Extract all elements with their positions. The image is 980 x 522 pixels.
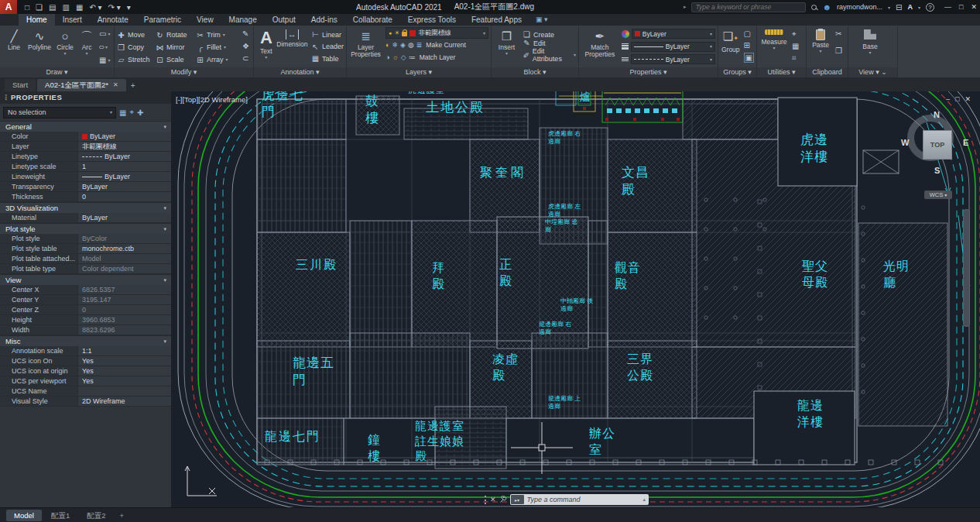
wcs-menu[interactable]: WCS▾: [924, 191, 952, 199]
edit-attributes-button[interactable]: ✐Edit Attributes ▾: [523, 47, 576, 63]
layer-properties-button[interactable]: ≣ Layer Properties: [349, 27, 382, 66]
customize-icon[interactable]: ▾: [127, 3, 131, 12]
prop-row[interactable]: Width8823.6296: [0, 325, 171, 335]
prop-value[interactable]: Yes: [77, 376, 171, 386]
prop-row[interactable]: Plot table typeColor dependent: [0, 264, 171, 274]
layer-color-icon[interactable]: ◍: [408, 41, 414, 49]
scale-button[interactable]: ⊡Scale: [156, 56, 196, 64]
clipboard-panel-footer[interactable]: Clipboard: [807, 67, 848, 77]
close-button[interactable]: ✕: [971, 3, 977, 11]
search-input[interactable]: [691, 2, 806, 12]
ellipse-button[interactable]: ○▾: [99, 43, 110, 51]
utilities-panel-footer[interactable]: Utilities ▾: [757, 67, 806, 77]
mirror-button[interactable]: ⋈Mirror: [156, 43, 196, 52]
layer-stack-icon[interactable]: ≣: [416, 41, 423, 49]
prop-value[interactable]: Model: [77, 254, 171, 263]
ribbon-tab-home[interactable]: Home: [19, 14, 55, 26]
prop-value[interactable]: 3195.147: [77, 295, 171, 304]
layer-on-icon[interactable]: ◐: [385, 41, 389, 49]
circle-button[interactable]: ○ Circle ▾: [53, 27, 77, 66]
save-as-icon[interactable]: ▥: [62, 3, 69, 12]
layout-tab-配置1[interactable]: 配置1: [43, 510, 77, 521]
ribbon-tab-annotate[interactable]: Annotate: [90, 14, 136, 26]
layer-thaw-icon[interactable]: ☼: [392, 53, 398, 61]
prop-row[interactable]: Visual Style2D Wireframe: [0, 397, 171, 407]
arc-button[interactable]: ⌒ Arc ▾: [77, 27, 97, 66]
prop-row[interactable]: LineweightByLayer: [0, 172, 171, 182]
layer-lock2-icon[interactable]: ◈: [400, 41, 406, 49]
layers-panel-footer[interactable]: Layers ▾: [347, 67, 491, 77]
file-tab-start[interactable]: Start: [5, 79, 36, 91]
ribbon-tab-insert[interactable]: Insert: [55, 14, 90, 26]
new-file-icon[interactable]: □: [25, 3, 29, 12]
layer-dropdown[interactable]: ● ☀ 非範圍標線 ▾: [385, 27, 488, 39]
prop-value[interactable]: ByLayer: [77, 172, 171, 181]
properties-panel-footer[interactable]: Properties ▾: [579, 67, 718, 77]
viewcube-south[interactable]: S: [934, 166, 940, 175]
maximize-button[interactable]: □: [959, 3, 963, 11]
line-button[interactable]: ╱ Line: [2, 27, 26, 66]
new-layout-button[interactable]: +: [115, 511, 128, 520]
modify-panel-footer[interactable]: Modify ▾: [115, 67, 253, 77]
minimize-button[interactable]: —: [944, 3, 951, 11]
prop-value[interactable]: 1: [77, 162, 171, 171]
viewport-controls-label[interactable]: [-][Top][2D Wireframe]: [176, 95, 248, 104]
ribbon-tab-express-tools[interactable]: Express Tools: [400, 14, 464, 26]
object-color-dropdown[interactable]: ByLayer▾: [632, 29, 715, 39]
paste-button[interactable]: Paste ▾: [809, 27, 832, 66]
plot-icon[interactable]: ▦: [76, 3, 83, 12]
draw-panel-footer[interactable]: Draw ▾: [0, 67, 114, 77]
prop-value[interactable]: 3960.6853: [77, 315, 171, 325]
offset-icon[interactable]: ⊂: [242, 54, 249, 63]
ribbon-tab-featured-apps[interactable]: Featured Apps: [464, 14, 529, 26]
viewcube-east[interactable]: E: [963, 138, 968, 147]
command-expand-icon[interactable]: ▴: [642, 496, 646, 503]
ribbon-options-icon[interactable]: ▣ ▾: [536, 14, 548, 26]
quick-calc-icon[interactable]: ⌗: [792, 53, 799, 63]
prop-row[interactable]: Center X6826.5357: [0, 285, 171, 295]
prop-value[interactable]: ByColor: [77, 234, 171, 243]
user-name[interactable]: raymondwon...: [837, 3, 882, 11]
prop-row[interactable]: Plot table attached...Model: [0, 254, 171, 264]
ribbon-tab-add-ins[interactable]: Add-ins: [303, 14, 345, 26]
prop-row[interactable]: Center Y3195.147: [0, 295, 171, 305]
viewcube-top-face[interactable]: TOP: [923, 130, 952, 160]
dimension-button[interactable]: ↔ Dimension: [276, 27, 308, 66]
layer-freeze-icon[interactable]: ❄: [392, 41, 398, 49]
leader-button[interactable]: ↖Leader: [311, 43, 344, 51]
view-panel-footer[interactable]: View ▾ ⌄: [848, 67, 897, 77]
prop-value[interactable]: 非範圍標線: [77, 142, 171, 151]
command-recent-icon[interactable]: ▸▾: [511, 495, 524, 504]
command-close-icon[interactable]: ✕: [490, 496, 496, 503]
prop-value[interactable]: 6826.5357: [77, 285, 171, 294]
edit-block-button[interactable]: ✎Edit: [523, 39, 576, 47]
prop-value[interactable]: monochrome.ctb: [77, 244, 171, 253]
copy-clip-icon[interactable]: ❐: [835, 46, 842, 55]
layout-tab-配置2[interactable]: 配置2: [79, 510, 113, 521]
id-point-icon[interactable]: ▦: [792, 42, 799, 50]
prop-row[interactable]: Plot style tablemonochrome.ctb: [0, 244, 171, 254]
table-button[interactable]: ▦Table: [311, 54, 344, 63]
prop-value[interactable]: Yes: [77, 366, 171, 376]
search-icon[interactable]: [811, 5, 817, 10]
prop-row[interactable]: Plot styleByColor: [0, 234, 171, 244]
prop-row[interactable]: TransparencyByLayer: [0, 182, 171, 192]
prop-row[interactable]: UCS icon OnYes: [0, 356, 171, 366]
minimize-icon[interactable]: –: [946, 95, 950, 103]
select-objects-icon[interactable]: ⌖: [129, 108, 134, 117]
prop-value[interactable]: ByLayer: [77, 152, 171, 161]
prop-row[interactable]: Linetype scale1: [0, 162, 171, 172]
new-file-tab-button[interactable]: +: [128, 81, 139, 91]
prop-section-misc[interactable]: Misc: [0, 335, 171, 346]
prop-section-plot-style[interactable]: Plot style: [0, 223, 171, 234]
prop-value[interactable]: Yes: [77, 356, 171, 366]
prop-section-view[interactable]: View: [0, 274, 171, 285]
app-store-cart-icon[interactable]: ⊟: [896, 3, 902, 12]
file-tab-close-icon[interactable]: ✕: [113, 79, 118, 91]
stretch-button[interactable]: ▱Stretch: [117, 56, 156, 64]
prop-value[interactable]: ByLayer: [77, 213, 171, 222]
file-tab-document[interactable]: A02-1全區平面圖2*✕: [37, 79, 126, 91]
wrench-icon[interactable]: [499, 496, 507, 503]
hatch-button[interactable]: ▦▾: [99, 56, 110, 64]
prop-row[interactable]: Thickness0: [0, 192, 171, 202]
